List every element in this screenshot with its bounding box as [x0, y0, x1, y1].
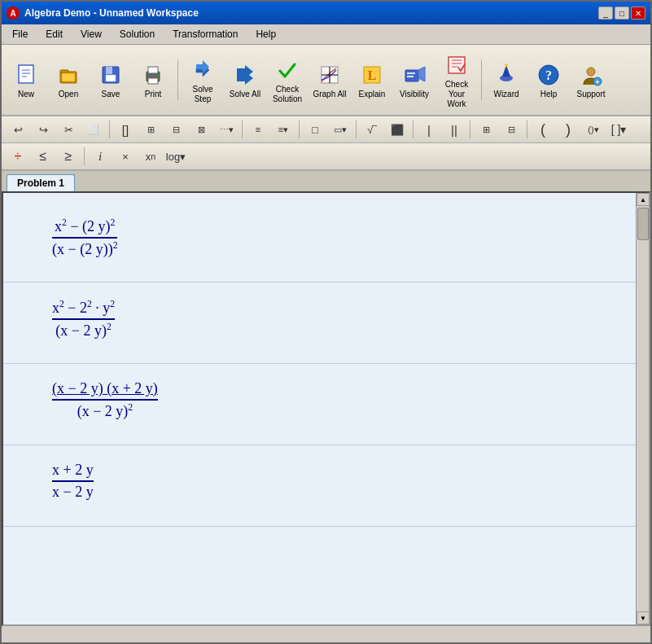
box1-button[interactable]: □ — [304, 119, 326, 140]
solve-all-button[interactable]: Solve All — [225, 57, 265, 103]
scroll-down-button[interactable]: ▼ — [637, 611, 650, 624]
copy-button[interactable]: ⬜ — [82, 119, 105, 140]
numerator-4: x + 2 y — [52, 462, 94, 480]
bracket-button[interactable]: [] — [114, 119, 137, 140]
svg-point-39 — [505, 64, 508, 67]
divide-button[interactable]: ÷ — [7, 146, 29, 167]
matrix1-button[interactable]: ⊞ — [139, 119, 162, 140]
svg-rect-31 — [407, 72, 415, 74]
solve-all-icon — [232, 62, 258, 88]
check-work-button[interactable]: Check Your Work — [437, 48, 476, 112]
radical2-button[interactable]: ⬛ — [386, 119, 409, 140]
math-step-4: x + 2 y x − 2 y — [3, 445, 649, 527]
print-button[interactable]: Print — [133, 57, 173, 103]
num4-text: x + 2 y — [52, 462, 94, 478]
radical-button[interactable]: √‾ — [361, 119, 383, 140]
toolbar3: ÷ ≤ ≥ i × xn log▾ — [2, 143, 650, 171]
subscript-button[interactable]: xn — [139, 146, 162, 167]
content-area: x2 − (2 y)2 (x − (2 y))2 x2 − 22 · y2 — [3, 193, 649, 624]
t2-sep7 — [527, 120, 527, 138]
numerator-2: x2 − 22 · y2 — [52, 299, 115, 318]
bracket-sq-button[interactable]: [ ]▾ — [607, 119, 630, 140]
solve-step-button[interactable]: Solve Step — [183, 53, 222, 107]
menu-edit[interactable]: Edit — [38, 26, 70, 42]
box2-button[interactable]: ▭▾ — [329, 119, 352, 140]
maximize-button[interactable]: □ — [615, 7, 629, 20]
main-toolbar: New Open Save — [2, 45, 650, 116]
fraction-1: x2 − (2 y)2 (x − (2 y))2 — [52, 217, 117, 258]
cut-button[interactable]: ✂ — [57, 119, 80, 140]
minimize-button[interactable]: _ — [598, 7, 613, 20]
svg-rect-10 — [106, 75, 116, 81]
leq-button[interactable]: ≤ — [32, 146, 55, 167]
menu-help[interactable]: Help — [248, 26, 283, 42]
math-step-3: (x − 2 y) (x + 2 y) (x − 2 y)2 — [3, 364, 649, 445]
svg-rect-7 — [62, 73, 75, 81]
svg-rect-32 — [407, 76, 414, 77]
print-label: Print — [145, 90, 162, 99]
grid1-button[interactable]: ⊞ — [475, 119, 497, 140]
title-bar-left: A Algebra Demo - Unnamed Workspace — [7, 7, 199, 20]
explain-button[interactable]: L Explain — [352, 57, 392, 103]
geq-button[interactable]: ≥ — [57, 146, 80, 167]
scroll-thumb[interactable] — [637, 208, 649, 240]
grid2-button[interactable]: ⊟ — [500, 119, 523, 140]
scroll-track[interactable] — [637, 206, 649, 611]
support-button[interactable]: + Support — [571, 57, 610, 103]
t2-sep5 — [413, 120, 414, 138]
problem-1-tab[interactable]: Problem 1 — [7, 174, 75, 191]
log-button[interactable]: log▾ — [164, 146, 187, 167]
graph-all-button[interactable]: Graph All — [310, 57, 349, 103]
solve-step-label: Solve Step — [186, 85, 220, 104]
visibility-button[interactable]: Visibility — [395, 57, 434, 103]
scroll-up-button[interactable]: ▲ — [637, 193, 650, 206]
matrix4-button[interactable]: ⋯▾ — [215, 119, 238, 140]
graph-all-label: Graph All — [313, 90, 346, 99]
paren2-button[interactable]: ) — [557, 119, 580, 140]
den1-text: (x − (2 y))2 — [52, 241, 117, 257]
align1-button[interactable]: ≡ — [247, 119, 269, 140]
svg-rect-13 — [148, 78, 158, 84]
help-button[interactable]: ? Help — [529, 57, 568, 103]
toolbar2: ↩ ↪ ✂ ⬜ [] ⊞ ⊟ ⊠ ⋯▾ ≡ ≡▾ □ ▭▾ √‾ ⬛ | || … — [2, 116, 650, 143]
check-solution-button[interactable]: Check Solution — [268, 53, 307, 107]
denominator-2: (x − 2 y)2 — [55, 320, 111, 340]
menu-transformation[interactable]: Transformation — [165, 26, 245, 42]
open-button[interactable]: Open — [49, 57, 88, 103]
menu-file[interactable]: File — [5, 26, 35, 42]
close-button[interactable]: ✕ — [631, 7, 645, 20]
svg-rect-33 — [449, 57, 465, 73]
redo-button[interactable]: ↪ — [32, 119, 55, 140]
italic-button[interactable]: i — [89, 146, 112, 167]
pipe2-button[interactable]: || — [443, 119, 466, 140]
undo-button[interactable]: ↩ — [7, 119, 29, 140]
menu-solution[interactable]: Solution — [112, 26, 162, 42]
paren1-button[interactable]: ( — [532, 119, 554, 140]
sep1 — [177, 59, 178, 100]
check-work-label: Check Your Work — [440, 80, 474, 109]
visibility-icon — [401, 62, 427, 88]
svg-text:?: ? — [545, 68, 552, 82]
math-empty — [3, 527, 649, 576]
matrix2-button[interactable]: ⊟ — [164, 119, 187, 140]
times-button[interactable]: × — [114, 146, 137, 167]
matrix3-button[interactable]: ⊠ — [190, 119, 212, 140]
pipe1-button[interactable]: | — [418, 119, 440, 140]
svg-point-14 — [158, 74, 160, 77]
paren3-button[interactable]: ()▾ — [582, 119, 605, 140]
den3-text: (x − 2 y)2 — [77, 403, 133, 419]
num3-text: (x − 2 y) (x + 2 y) — [52, 380, 158, 396]
scrollbar: ▲ ▼ — [636, 193, 649, 624]
help-label: Help — [540, 90, 558, 99]
print-icon — [140, 62, 166, 88]
menu-view[interactable]: View — [73, 26, 109, 42]
align2-button[interactable]: ≡▾ — [272, 119, 295, 140]
num1-text: x2 − (2 y)2 — [55, 218, 115, 234]
save-button[interactable]: Save — [91, 57, 130, 103]
explain-icon: L — [359, 62, 385, 88]
tab-bar: Problem 1 — [2, 171, 650, 191]
new-button[interactable]: New — [7, 57, 46, 103]
fraction-4: x + 2 y x − 2 y — [52, 462, 94, 501]
wizard-label: Wizard — [493, 90, 519, 99]
wizard-button[interactable]: Wizard — [487, 57, 526, 103]
